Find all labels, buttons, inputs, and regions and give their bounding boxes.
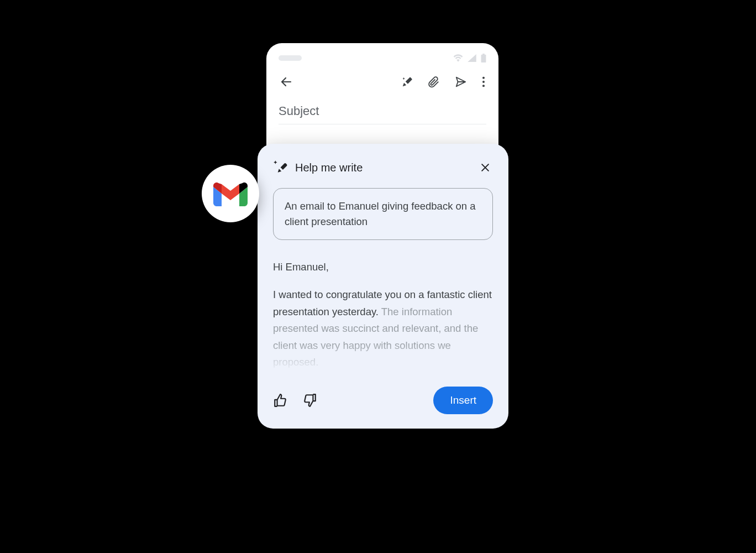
subject-field[interactable]: Subject [279,104,486,124]
sparkle-pencil-icon [273,159,287,176]
gmail-logo-badge [202,165,259,222]
compose-screen: Subject [266,43,498,154]
generated-output: Hi Emanuel, I wanted to congratulate you… [273,259,493,371]
magic-write-icon[interactable] [401,76,413,88]
status-icons [453,54,486,62]
thumbs-down-button[interactable] [303,393,317,408]
svg-point-2 [482,85,485,87]
wifi-icon [453,54,463,62]
insert-label: Insert [450,394,476,406]
svg-point-1 [482,81,485,83]
close-button[interactable] [477,160,493,175]
status-pill [279,55,302,61]
thumbs-up-button[interactable] [273,393,287,408]
more-icon[interactable] [482,76,485,88]
svg-point-0 [482,77,485,79]
prompt-input[interactable]: An email to Emanuel giving feedback on a… [273,188,493,240]
send-icon[interactable] [454,76,468,88]
help-me-write-panel: Help me write An email to Emanuel giving… [258,144,508,429]
prompt-text: An email to Emanuel giving feedback on a… [285,200,476,227]
battery-icon [481,54,486,62]
subject-placeholder: Subject [279,104,319,118]
insert-button[interactable]: Insert [433,387,493,414]
signal-icon [468,54,476,62]
gmail-icon [213,181,248,206]
generated-greeting: Hi Emanuel, [273,259,493,276]
compose-toolbar [279,75,486,88]
back-button[interactable] [280,75,293,88]
panel-title: Help me write [295,161,363,174]
attachment-icon[interactable] [428,76,440,88]
status-bar [279,53,486,63]
